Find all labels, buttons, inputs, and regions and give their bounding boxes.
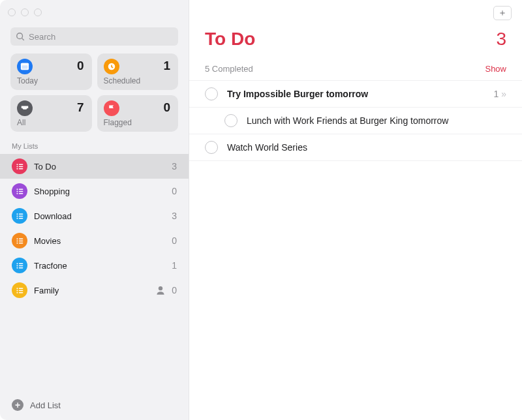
add-reminder-button[interactable]: ＋ bbox=[493, 6, 512, 20]
svg-point-28 bbox=[16, 242, 18, 243]
svg-point-0 bbox=[17, 33, 23, 39]
smart-all[interactable]: 7 All bbox=[10, 95, 92, 132]
svg-rect-35 bbox=[18, 267, 23, 268]
completion-circle[interactable] bbox=[224, 114, 238, 127]
window-close-button[interactable] bbox=[8, 8, 16, 16]
svg-point-32 bbox=[16, 265, 18, 266]
smart-today[interactable]: 0 Today bbox=[10, 53, 92, 90]
smart-all-label: All bbox=[17, 118, 85, 127]
sidebar-list-item[interactable]: Download3 bbox=[0, 203, 189, 228]
svg-rect-7 bbox=[18, 164, 23, 164]
svg-rect-19 bbox=[18, 213, 23, 214]
search-placeholder: Search bbox=[29, 32, 55, 42]
list-name: Download bbox=[34, 211, 172, 221]
todo-row[interactable]: Watch World Series bbox=[189, 134, 522, 161]
list-bullet-icon bbox=[12, 233, 27, 248]
shared-person-icon bbox=[155, 284, 166, 296]
todo-subtask-row[interactable]: Lunch with Work Friends at Burger King t… bbox=[189, 107, 522, 134]
list-bullet-icon bbox=[12, 282, 27, 298]
svg-point-30 bbox=[16, 263, 18, 264]
svg-point-14 bbox=[16, 190, 18, 192]
list-title: To Do bbox=[205, 29, 255, 50]
svg-point-10 bbox=[16, 168, 18, 169]
add-list-button[interactable]: + Add List bbox=[0, 390, 189, 420]
window-minimize-button[interactable] bbox=[21, 8, 29, 16]
svg-rect-39 bbox=[18, 290, 23, 290]
completion-circle[interactable] bbox=[205, 87, 218, 100]
svg-point-34 bbox=[16, 267, 18, 268]
svg-rect-4 bbox=[22, 65, 28, 68]
completed-row: 5 Completed Show bbox=[189, 50, 522, 80]
list-name: Tracfone bbox=[34, 261, 172, 271]
show-completed-link[interactable]: Show bbox=[485, 64, 506, 74]
list-count: 1 bbox=[172, 260, 177, 271]
list-count: 3 bbox=[172, 161, 177, 172]
svg-rect-41 bbox=[18, 292, 23, 293]
main-pane: ＋ To Do 3 5 Completed Show Try Impossibl… bbox=[189, 0, 522, 420]
sidebar-list-item[interactable]: Family0 bbox=[0, 278, 189, 303]
toolbar: ＋ bbox=[189, 0, 522, 26]
search-icon bbox=[16, 32, 25, 41]
list-count: 0 bbox=[172, 235, 177, 246]
inbox-icon bbox=[17, 100, 33, 116]
svg-point-24 bbox=[16, 238, 18, 239]
svg-point-8 bbox=[16, 166, 18, 167]
svg-point-16 bbox=[16, 192, 18, 194]
todo-row[interactable]: Try Impossible Burger tomorrow1» bbox=[189, 80, 522, 107]
svg-point-26 bbox=[16, 240, 18, 241]
list-count: 0 bbox=[172, 186, 177, 196]
svg-rect-21 bbox=[18, 215, 23, 216]
sidebar-list-item[interactable]: Tracfone1 bbox=[0, 253, 189, 278]
completion-circle[interactable] bbox=[205, 141, 218, 154]
chevron-right-icon: » bbox=[501, 89, 506, 99]
svg-rect-25 bbox=[18, 238, 23, 239]
todo-title: Lunch with Work Friends at Burger King t… bbox=[247, 115, 506, 126]
user-lists: To Do3Shopping0Download3Movies0Tracfone1… bbox=[0, 154, 189, 390]
svg-point-20 bbox=[16, 215, 18, 217]
smart-scheduled[interactable]: 1 Scheduled bbox=[97, 53, 179, 90]
list-name: Family bbox=[34, 286, 155, 295]
list-name: Movies bbox=[34, 236, 172, 246]
svg-point-40 bbox=[16, 292, 18, 293]
smart-scheduled-label: Scheduled bbox=[104, 76, 172, 85]
svg-rect-3 bbox=[21, 63, 29, 66]
svg-point-42 bbox=[159, 286, 162, 290]
svg-point-36 bbox=[16, 288, 18, 289]
window-controls bbox=[0, 0, 189, 18]
sidebar-list-item[interactable]: Shopping0 bbox=[0, 179, 189, 203]
svg-rect-23 bbox=[18, 218, 23, 218]
list-bullet-icon bbox=[12, 208, 27, 224]
list-name: Shopping bbox=[34, 187, 172, 196]
completed-count-text: 5 Completed bbox=[205, 64, 253, 74]
add-list-label: Add List bbox=[30, 400, 61, 410]
svg-rect-11 bbox=[18, 168, 23, 169]
search-input[interactable]: Search bbox=[10, 27, 178, 46]
smart-today-count: 0 bbox=[77, 59, 84, 73]
smart-scheduled-count: 1 bbox=[163, 59, 170, 73]
list-bullet-icon bbox=[12, 258, 27, 273]
smart-flagged[interactable]: 0 Flagged bbox=[97, 95, 179, 132]
svg-point-18 bbox=[16, 213, 18, 215]
svg-rect-29 bbox=[18, 243, 23, 243]
svg-point-38 bbox=[16, 290, 18, 291]
sidebar-list-item[interactable]: Movies0 bbox=[0, 228, 189, 253]
svg-rect-33 bbox=[18, 265, 23, 265]
todo-title: Try Impossible Burger tomorrow bbox=[227, 89, 493, 99]
svg-line-1 bbox=[22, 38, 24, 40]
sidebar-list-item[interactable]: To Do3 bbox=[0, 154, 189, 179]
svg-rect-37 bbox=[18, 288, 23, 288]
list-bullet-icon bbox=[12, 183, 27, 199]
smart-lists-grid: 0 Today 1 Scheduled 7 All 0 Flagged bbox=[0, 53, 189, 132]
flag-icon bbox=[104, 100, 119, 116]
svg-rect-17 bbox=[18, 193, 23, 194]
svg-point-12 bbox=[16, 188, 18, 190]
plus-icon: ＋ bbox=[498, 7, 507, 19]
calendar-today-icon bbox=[17, 59, 33, 74]
list-name: To Do bbox=[34, 162, 172, 172]
svg-rect-9 bbox=[18, 166, 23, 166]
window-zoom-button[interactable] bbox=[34, 8, 42, 16]
list-header: To Do 3 bbox=[189, 29, 522, 50]
smart-today-label: Today bbox=[17, 76, 85, 85]
svg-rect-15 bbox=[18, 190, 23, 191]
smart-flagged-count: 0 bbox=[163, 100, 170, 115]
